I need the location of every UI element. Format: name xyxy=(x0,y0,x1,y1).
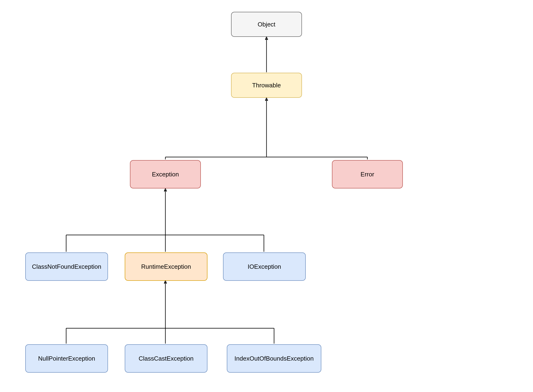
node-nullpointerexception: NullPointerException xyxy=(25,344,108,373)
node-classcastexception: ClassCastException xyxy=(125,344,208,373)
node-ioexception: IOException xyxy=(223,252,306,281)
node-indexoutofboundsexception: IndexOutOfBoundsException xyxy=(227,344,321,373)
node-classnotfoundexception: ClassNotFoundException xyxy=(25,252,108,281)
connector-lines xyxy=(0,0,533,392)
class-hierarchy-diagram: Object Throwable Exception Error ClassNo… xyxy=(0,0,533,392)
node-runtimeexception: RuntimeException xyxy=(125,252,208,281)
node-exception: Exception xyxy=(130,160,201,188)
node-object: Object xyxy=(231,12,302,37)
node-throwable: Throwable xyxy=(231,73,302,98)
node-error: Error xyxy=(332,160,403,188)
